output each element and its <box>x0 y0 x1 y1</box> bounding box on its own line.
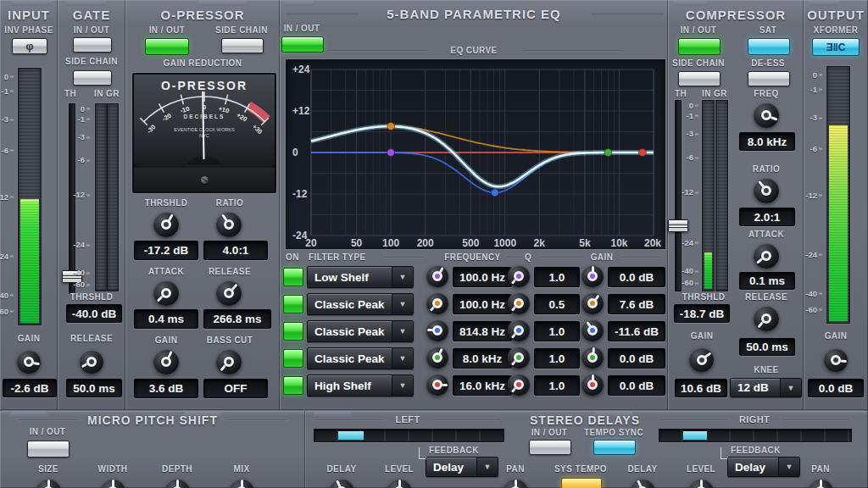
svg-text:+12: +12 <box>292 105 310 117</box>
eq-band-5-gain-knob[interactable] <box>581 374 604 396</box>
comp-side-chain-label: SIDE CHAIN <box>668 58 729 68</box>
sys-tempo-label: SYS TEMPO <box>542 464 619 474</box>
comp-knee-dropdown[interactable]: 12 dB ▼ <box>730 378 802 397</box>
eq-band-4-frequency-knob[interactable] <box>426 347 448 369</box>
comp-ratio-value: 2.0:1 <box>739 208 795 226</box>
meter-tick-label: -3 <box>810 113 822 122</box>
svg-text:-12: -12 <box>292 188 308 200</box>
comp-release-knob[interactable] <box>754 306 779 331</box>
comp-sat-button[interactable] <box>748 38 790 55</box>
divider <box>315 419 383 421</box>
gate-release-value: 50.0 ms <box>66 379 122 397</box>
opressor-side-chain-button[interactable] <box>221 38 264 53</box>
xformer-button[interactable]: Ǝ‖C <box>812 38 860 56</box>
comp-side-chain-button[interactable] <box>678 71 721 86</box>
right-pan-knob[interactable] <box>808 479 833 488</box>
op-bass-cut-knob[interactable] <box>216 349 242 374</box>
eq-band-2-filter-type-dropdown[interactable]: Classic Peak▼ <box>307 293 414 315</box>
comp-gain-knob[interactable] <box>689 347 714 372</box>
eq-band-3-on-button[interactable] <box>283 322 303 341</box>
eq-band-3-q-knob[interactable] <box>508 319 530 341</box>
op-ratio-knob[interactable] <box>216 212 242 237</box>
op-ratio-label: RATIO <box>193 198 266 208</box>
eq-band-2-on-button[interactable] <box>283 295 303 313</box>
tempo-sync-button[interactable] <box>593 440 636 455</box>
gate-in-out-button[interactable] <box>73 37 112 53</box>
left-pan-knob[interactable] <box>503 479 528 488</box>
op-thrshld-knob[interactable] <box>153 212 179 237</box>
right-feedback-dropdown[interactable]: Delay ▼ <box>727 457 800 477</box>
eq-band-4-filter-type-dropdown[interactable]: Classic Peak▼ <box>307 347 414 369</box>
op-gain-knob[interactable] <box>153 349 179 374</box>
eq-band-5-on-button[interactable] <box>283 376 303 395</box>
pitch-width-knob[interactable] <box>100 479 125 488</box>
panel-tab <box>10 0 54 6</box>
comp-ratio-knob[interactable] <box>754 178 779 203</box>
op-release-label: RELEASE <box>193 267 266 276</box>
eq-band-1-on-button[interactable] <box>283 268 303 286</box>
eq-band-4-on-button[interactable] <box>283 349 303 368</box>
gate-th-label: TH <box>59 89 81 98</box>
op-release-knob[interactable] <box>216 280 242 306</box>
channel-strip-plugin-window: INPUT INV PHASE φ 0-1-3-6-12-24-40-60 GA… <box>0 0 868 488</box>
comp-attack-knob[interactable] <box>754 243 779 269</box>
eq-band-1-frequency-knob[interactable] <box>426 265 448 287</box>
svg-text:2k: 2k <box>534 237 546 248</box>
eq-band-3-frequency-knob[interactable] <box>426 319 448 341</box>
eq-band-1-gain-knob[interactable] <box>581 265 604 287</box>
eq-band-3-gain-knob[interactable] <box>581 319 604 341</box>
comp-gain-value: 10.6 dB <box>675 379 727 397</box>
gate-in-gr-label: IN GR <box>90 89 124 98</box>
pitch-in-out-button[interactable] <box>27 441 70 458</box>
dropdown-arrow-icon: ▼ <box>392 348 413 369</box>
sys-tempo-button[interactable] <box>561 478 602 488</box>
divider <box>286 14 359 15</box>
dropdown-arrow-icon: ▼ <box>392 321 413 341</box>
op-attack-knob[interactable] <box>153 280 179 306</box>
comp-de-ess-button[interactable] <box>748 71 790 86</box>
comp-threshold-slider-track[interactable] <box>675 100 682 291</box>
meter-tick-label: 0 <box>813 69 822 79</box>
left-level-knob[interactable] <box>387 479 412 488</box>
eq-band-1-filter-type-dropdown[interactable]: Low Shelf▼ <box>307 266 414 288</box>
pitch-mix-knob[interactable] <box>229 479 254 488</box>
eq-band-4-q-knob[interactable] <box>508 347 530 369</box>
delays-in-out-button[interactable] <box>529 440 571 455</box>
op-bass-cut-value: OFF <box>203 379 268 398</box>
right-level-knob[interactable] <box>688 479 714 488</box>
panel-tab <box>64 0 108 6</box>
svg-text:O-PRESSOR: O-PRESSOR <box>161 79 248 92</box>
pitch-size-knob[interactable] <box>36 479 61 488</box>
meter-tick-label: -40 <box>73 268 90 277</box>
comp-de-ess-label: DE-ESS <box>737 58 798 68</box>
meter-tick-label: -12 <box>682 187 698 197</box>
eq-header-frequency: FREQUENCY <box>441 252 504 262</box>
output-gain-knob[interactable] <box>824 348 848 372</box>
eq-band-2-q-knob[interactable] <box>508 292 530 314</box>
comp-freq-label: FREQ <box>736 89 797 98</box>
eq-band-4-q-value: 1.0 <box>534 348 580 369</box>
eq-band-3-filter-type-dropdown[interactable]: Classic Peak▼ <box>307 320 414 342</box>
input-gain-knob[interactable] <box>17 350 41 374</box>
eq-band-2-gain-value: 7.6 dB <box>608 294 665 314</box>
comp-in-out-button[interactable] <box>678 38 721 55</box>
comp-freq-knob[interactable] <box>754 103 779 128</box>
eq-band-4-gain-knob[interactable] <box>581 347 604 369</box>
eq-band-2-gain-knob[interactable] <box>581 292 604 314</box>
eq-band-1-q-knob[interactable] <box>508 265 530 287</box>
output-gain-value: 0.0 dB <box>808 379 864 397</box>
input-meter-scale: 0-1-3-6-12-24-40-60 <box>0 68 14 324</box>
gate-side-chain-button[interactable] <box>73 70 112 86</box>
eq-band-2-frequency-knob[interactable] <box>426 292 448 314</box>
vu-meter-lower-strip <box>134 168 275 191</box>
gate-release-knob[interactable] <box>80 350 103 374</box>
comp-knee-label: KNEE <box>736 365 797 374</box>
eq-band-5-filter-type-dropdown[interactable]: High Shelf▼ <box>307 374 414 396</box>
divider <box>383 257 424 258</box>
eq-curve-graph[interactable]: +24+120-12-24205010020050010002k5k10k20k <box>286 59 665 249</box>
inv-phase-button[interactable]: φ <box>12 38 47 54</box>
eq-band-5-q-knob[interactable] <box>508 374 530 396</box>
pitch-depth-knob[interactable] <box>164 479 190 488</box>
eq-band-5-frequency-knob[interactable] <box>426 374 448 396</box>
opressor-in-out-button[interactable] <box>145 38 189 55</box>
